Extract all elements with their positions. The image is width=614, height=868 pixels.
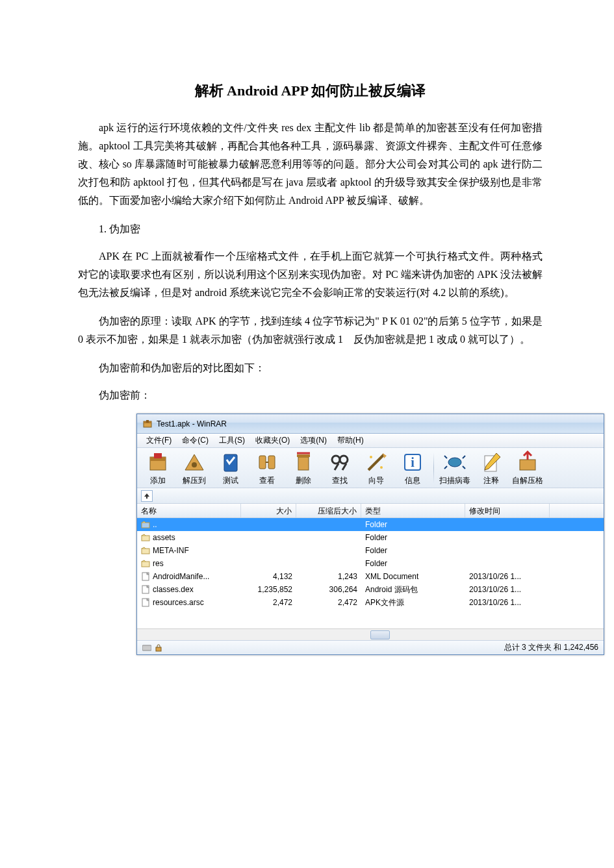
svg-rect-36 [142,645,151,651]
tool-add[interactable]: 添加 [141,449,175,486]
delete-icon [292,451,315,474]
menu-help[interactable]: 帮助(H) [332,434,369,447]
tool-delete[interactable]: 删除 [287,449,320,486]
disk-icon [142,644,151,652]
svg-point-14 [340,456,348,464]
paragraph-4: 伪加密前和伪加密后的对比图如下： [78,359,543,377]
tool-info-label: 信息 [396,475,429,486]
extract-icon [183,451,206,474]
find-icon [328,451,352,474]
col-compressed[interactable]: 压缩后大小 [296,504,361,517]
tool-sfx[interactable]: 自解压格 [511,449,544,486]
svg-point-13 [332,456,340,464]
file-icon [141,585,150,594]
svg-line-15 [335,464,339,470]
svg-rect-28 [520,460,535,470]
cell-name: resources.arsc [153,598,204,607]
window-titlebar[interactable]: Test1.apk - WinRAR [137,414,604,434]
view-icon [255,451,279,474]
svg-point-6 [192,462,197,467]
svg-point-18 [370,456,372,458]
tool-virusscan[interactable]: 扫描病毒 [438,449,472,486]
col-type[interactable]: 类型 [361,504,465,517]
tool-comment[interactable]: 注释 [474,449,508,486]
table-row[interactable]: ..Folder [137,518,604,531]
horizontal-scrollbar[interactable] [137,628,604,640]
cell-type: Folder [361,520,465,529]
toolbar: 添加 解压到 测试 查看 删除 查找 [137,448,604,488]
tool-test[interactable]: 测试 [214,449,248,486]
cell-type: Folder [361,546,465,555]
svg-rect-30 [142,536,149,541]
status-text: 总计 3 文件夹 和 1,242,456 [504,642,598,653]
svg-rect-37 [156,647,161,651]
svg-rect-31 [142,549,149,554]
svg-rect-9 [268,456,275,469]
svg-line-26 [463,466,465,469]
svg-rect-32 [142,562,149,567]
file-icon [141,598,150,607]
file-list[interactable]: ..FolderassetsFolderMETA-INFFolderresFol… [137,518,604,628]
tool-wizard[interactable]: 向导 [359,449,393,486]
col-name[interactable]: 名称 [137,504,241,517]
scrollbar-thumb[interactable] [370,630,390,639]
folder-icon [141,533,150,542]
table-row[interactable]: resources.arsc2,4722,472APK文件源2013/10/26… [137,596,604,609]
lock-icon [154,644,163,652]
paragraph-3: 伪加密的原理：读取 APK 的字节，找到连续 4 位字节标记为" P K 01 … [78,312,543,349]
table-row[interactable]: AndroidManife...4,1321,243XML Document20… [137,570,604,583]
table-row[interactable]: assetsFolder [137,531,604,544]
table-row[interactable]: resFolder [137,557,604,570]
svg-line-16 [342,464,346,470]
tool-info[interactable]: i 信息 [396,449,429,486]
cell-type: Folder [361,533,465,542]
cell-name: res [153,559,164,568]
menu-options[interactable]: 选项(N) [295,434,332,447]
menu-commands[interactable]: 命令(C) [177,434,214,447]
file-icon [141,572,150,581]
tool-delete-label: 删除 [287,475,320,486]
test-icon [219,451,242,474]
cell-type: Folder [361,559,465,568]
folder-icon [141,559,150,568]
col-date[interactable]: 修改时间 [465,504,550,517]
table-row[interactable]: META-INFFolder [137,544,604,557]
cell-compressed: 1,243 [296,572,361,581]
menubar: 文件(F) 命令(C) 工具(S) 收藏夹(O) 选项(N) 帮助(H) [137,434,604,448]
svg-text:i: i [411,455,415,469]
tool-view[interactable]: 查看 [250,449,284,486]
section-heading-1: 1. 伪加密 [78,220,543,238]
folder-icon [141,546,150,555]
svg-rect-5 [154,453,162,458]
cell-type: APK文件源 [361,597,465,608]
tool-virusscan-label: 扫描病毒 [438,475,472,486]
pathbar [137,488,604,504]
cell-type: XML Document [361,572,465,581]
cell-name: classes.dex [153,585,194,594]
svg-rect-2 [146,420,149,423]
col-size[interactable]: 大小 [241,504,296,517]
cell-compressed: 306,264 [296,585,361,594]
wizard-icon [365,451,388,474]
status-left [142,644,163,652]
tool-test-label: 测试 [214,475,248,486]
menu-tools[interactable]: 工具(S) [214,434,250,447]
cell-name: AndroidManife... [153,572,209,581]
menu-file[interactable]: 文件(F) [141,434,177,447]
tool-find[interactable]: 查找 [323,449,357,486]
svg-point-19 [380,466,383,469]
cell-compressed: 2,472 [296,598,361,607]
svg-rect-12 [297,454,310,457]
tool-extract[interactable]: 解压到 [177,449,211,486]
info-icon: i [401,451,424,474]
table-row[interactable]: classes.dex1,235,852306,264Android 源码包20… [137,583,604,596]
add-icon [146,451,170,474]
paragraph-5: 伪加密前： [78,386,543,404]
menu-favorites[interactable]: 收藏夹(O) [250,434,295,447]
tool-find-label: 查找 [323,475,357,486]
up-arrow-icon [144,493,150,499]
winrar-window: Test1.apk - WinRAR 文件(F) 命令(C) 工具(S) 收藏夹… [136,414,604,655]
svg-line-24 [463,456,465,458]
up-button[interactable] [141,490,153,502]
cell-date: 2013/10/26 1... [465,598,550,607]
